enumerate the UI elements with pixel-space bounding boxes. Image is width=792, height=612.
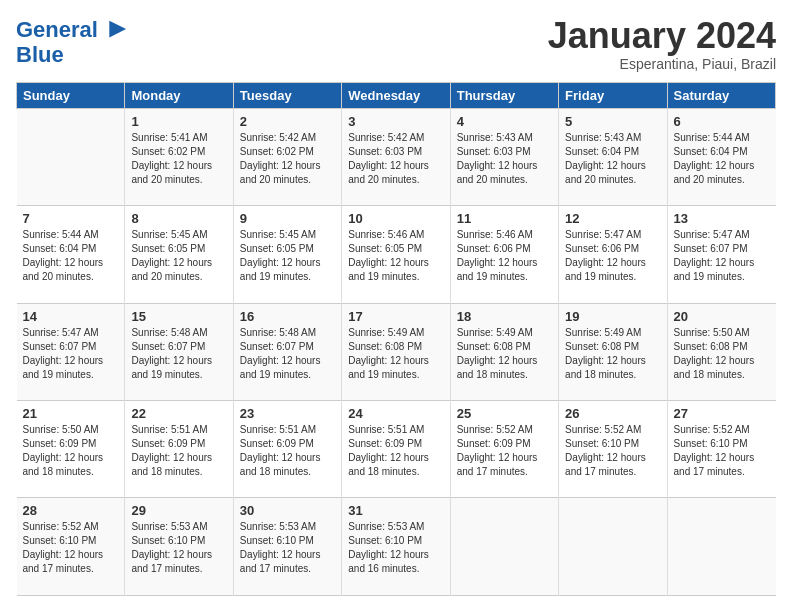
day-number: 15 xyxy=(131,309,226,324)
day-info: Sunrise: 5:49 AM Sunset: 6:08 PM Dayligh… xyxy=(348,326,443,382)
table-cell: 21Sunrise: 5:50 AM Sunset: 6:09 PM Dayli… xyxy=(17,401,125,498)
table-cell: 4Sunrise: 5:43 AM Sunset: 6:03 PM Daylig… xyxy=(450,108,558,205)
calendar-week-row: 14Sunrise: 5:47 AM Sunset: 6:07 PM Dayli… xyxy=(17,303,776,400)
day-number: 14 xyxy=(23,309,119,324)
table-cell: 17Sunrise: 5:49 AM Sunset: 6:08 PM Dayli… xyxy=(342,303,450,400)
table-cell: 25Sunrise: 5:52 AM Sunset: 6:09 PM Dayli… xyxy=(450,401,558,498)
table-cell: 8Sunrise: 5:45 AM Sunset: 6:05 PM Daylig… xyxy=(125,206,233,303)
day-info: Sunrise: 5:49 AM Sunset: 6:08 PM Dayligh… xyxy=(457,326,552,382)
page: General Blue January 2024 Esperantina, P… xyxy=(0,0,792,612)
day-number: 8 xyxy=(131,211,226,226)
header: General Blue January 2024 Esperantina, P… xyxy=(16,16,776,72)
calendar-week-row: 28Sunrise: 5:52 AM Sunset: 6:10 PM Dayli… xyxy=(17,498,776,596)
col-friday: Friday xyxy=(559,82,667,108)
location: Esperantina, Piaui, Brazil xyxy=(548,56,776,72)
day-number: 30 xyxy=(240,503,335,518)
col-thursday: Thursday xyxy=(450,82,558,108)
day-info: Sunrise: 5:42 AM Sunset: 6:02 PM Dayligh… xyxy=(240,131,335,187)
day-info: Sunrise: 5:48 AM Sunset: 6:07 PM Dayligh… xyxy=(131,326,226,382)
day-info: Sunrise: 5:41 AM Sunset: 6:02 PM Dayligh… xyxy=(131,131,226,187)
day-number: 3 xyxy=(348,114,443,129)
table-cell: 13Sunrise: 5:47 AM Sunset: 6:07 PM Dayli… xyxy=(667,206,775,303)
day-number: 26 xyxy=(565,406,660,421)
title-block: January 2024 Esperantina, Piaui, Brazil xyxy=(548,16,776,72)
table-cell: 31Sunrise: 5:53 AM Sunset: 6:10 PM Dayli… xyxy=(342,498,450,596)
day-number: 7 xyxy=(23,211,119,226)
day-info: Sunrise: 5:53 AM Sunset: 6:10 PM Dayligh… xyxy=(348,520,443,576)
table-cell: 10Sunrise: 5:46 AM Sunset: 6:05 PM Dayli… xyxy=(342,206,450,303)
day-number: 2 xyxy=(240,114,335,129)
calendar-week-row: 1Sunrise: 5:41 AM Sunset: 6:02 PM Daylig… xyxy=(17,108,776,205)
day-number: 23 xyxy=(240,406,335,421)
table-cell: 19Sunrise: 5:49 AM Sunset: 6:08 PM Dayli… xyxy=(559,303,667,400)
day-number: 13 xyxy=(674,211,770,226)
calendar-header-row: Sunday Monday Tuesday Wednesday Thursday… xyxy=(17,82,776,108)
day-number: 10 xyxy=(348,211,443,226)
day-number: 20 xyxy=(674,309,770,324)
day-number: 25 xyxy=(457,406,552,421)
col-monday: Monday xyxy=(125,82,233,108)
table-cell: 27Sunrise: 5:52 AM Sunset: 6:10 PM Dayli… xyxy=(667,401,775,498)
day-info: Sunrise: 5:43 AM Sunset: 6:03 PM Dayligh… xyxy=(457,131,552,187)
calendar-week-row: 7Sunrise: 5:44 AM Sunset: 6:04 PM Daylig… xyxy=(17,206,776,303)
logo-icon xyxy=(100,16,128,44)
day-number: 16 xyxy=(240,309,335,324)
table-cell: 18Sunrise: 5:49 AM Sunset: 6:08 PM Dayli… xyxy=(450,303,558,400)
table-cell: 7Sunrise: 5:44 AM Sunset: 6:04 PM Daylig… xyxy=(17,206,125,303)
day-info: Sunrise: 5:51 AM Sunset: 6:09 PM Dayligh… xyxy=(240,423,335,479)
day-info: Sunrise: 5:51 AM Sunset: 6:09 PM Dayligh… xyxy=(348,423,443,479)
day-number: 22 xyxy=(131,406,226,421)
table-cell xyxy=(450,498,558,596)
table-cell: 23Sunrise: 5:51 AM Sunset: 6:09 PM Dayli… xyxy=(233,401,341,498)
day-info: Sunrise: 5:49 AM Sunset: 6:08 PM Dayligh… xyxy=(565,326,660,382)
day-info: Sunrise: 5:52 AM Sunset: 6:10 PM Dayligh… xyxy=(565,423,660,479)
logo: General Blue xyxy=(16,16,128,66)
day-info: Sunrise: 5:50 AM Sunset: 6:08 PM Dayligh… xyxy=(674,326,770,382)
table-cell: 30Sunrise: 5:53 AM Sunset: 6:10 PM Dayli… xyxy=(233,498,341,596)
day-number: 11 xyxy=(457,211,552,226)
table-cell xyxy=(559,498,667,596)
day-info: Sunrise: 5:44 AM Sunset: 6:04 PM Dayligh… xyxy=(674,131,770,187)
day-info: Sunrise: 5:51 AM Sunset: 6:09 PM Dayligh… xyxy=(131,423,226,479)
table-cell: 28Sunrise: 5:52 AM Sunset: 6:10 PM Dayli… xyxy=(17,498,125,596)
table-cell: 2Sunrise: 5:42 AM Sunset: 6:02 PM Daylig… xyxy=(233,108,341,205)
svg-marker-0 xyxy=(109,21,126,38)
table-cell: 24Sunrise: 5:51 AM Sunset: 6:09 PM Dayli… xyxy=(342,401,450,498)
day-info: Sunrise: 5:47 AM Sunset: 6:07 PM Dayligh… xyxy=(23,326,119,382)
day-info: Sunrise: 5:47 AM Sunset: 6:07 PM Dayligh… xyxy=(674,228,770,284)
day-number: 24 xyxy=(348,406,443,421)
calendar-table: Sunday Monday Tuesday Wednesday Thursday… xyxy=(16,82,776,596)
day-info: Sunrise: 5:43 AM Sunset: 6:04 PM Dayligh… xyxy=(565,131,660,187)
table-cell: 6Sunrise: 5:44 AM Sunset: 6:04 PM Daylig… xyxy=(667,108,775,205)
table-cell: 26Sunrise: 5:52 AM Sunset: 6:10 PM Dayli… xyxy=(559,401,667,498)
day-info: Sunrise: 5:53 AM Sunset: 6:10 PM Dayligh… xyxy=(131,520,226,576)
month-title: January 2024 xyxy=(548,16,776,56)
day-number: 19 xyxy=(565,309,660,324)
day-info: Sunrise: 5:46 AM Sunset: 6:05 PM Dayligh… xyxy=(348,228,443,284)
day-info: Sunrise: 5:46 AM Sunset: 6:06 PM Dayligh… xyxy=(457,228,552,284)
day-info: Sunrise: 5:42 AM Sunset: 6:03 PM Dayligh… xyxy=(348,131,443,187)
table-cell: 22Sunrise: 5:51 AM Sunset: 6:09 PM Dayli… xyxy=(125,401,233,498)
day-info: Sunrise: 5:48 AM Sunset: 6:07 PM Dayligh… xyxy=(240,326,335,382)
table-cell xyxy=(667,498,775,596)
day-number: 9 xyxy=(240,211,335,226)
col-sunday: Sunday xyxy=(17,82,125,108)
day-number: 27 xyxy=(674,406,770,421)
calendar-week-row: 21Sunrise: 5:50 AM Sunset: 6:09 PM Dayli… xyxy=(17,401,776,498)
table-cell: 14Sunrise: 5:47 AM Sunset: 6:07 PM Dayli… xyxy=(17,303,125,400)
table-cell: 16Sunrise: 5:48 AM Sunset: 6:07 PM Dayli… xyxy=(233,303,341,400)
day-info: Sunrise: 5:50 AM Sunset: 6:09 PM Dayligh… xyxy=(23,423,119,479)
day-number: 17 xyxy=(348,309,443,324)
day-number: 31 xyxy=(348,503,443,518)
logo-general: General xyxy=(16,17,98,42)
day-number: 29 xyxy=(131,503,226,518)
logo-text: General xyxy=(16,18,98,42)
day-info: Sunrise: 5:52 AM Sunset: 6:10 PM Dayligh… xyxy=(23,520,119,576)
day-info: Sunrise: 5:45 AM Sunset: 6:05 PM Dayligh… xyxy=(131,228,226,284)
day-info: Sunrise: 5:52 AM Sunset: 6:09 PM Dayligh… xyxy=(457,423,552,479)
col-wednesday: Wednesday xyxy=(342,82,450,108)
day-number: 21 xyxy=(23,406,119,421)
day-info: Sunrise: 5:52 AM Sunset: 6:10 PM Dayligh… xyxy=(674,423,770,479)
col-saturday: Saturday xyxy=(667,82,775,108)
table-cell xyxy=(17,108,125,205)
